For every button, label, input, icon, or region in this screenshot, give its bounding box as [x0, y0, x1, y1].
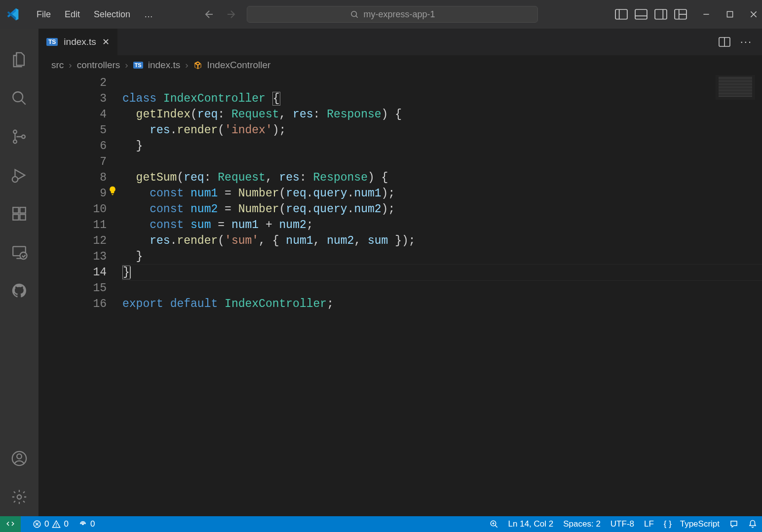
nav-back-icon[interactable]	[203, 8, 215, 20]
breadcrumb-file[interactable]: index.ts	[148, 60, 180, 71]
activity-accounts[interactable]	[0, 439, 38, 478]
status-problems[interactable]: 0 0	[28, 519, 74, 529]
code-line[interactable]: 6 }	[38, 138, 762, 154]
activity-github[interactable]	[0, 271, 38, 310]
line-content[interactable]: class IndexController {	[122, 91, 762, 107]
line-number[interactable]: 16	[38, 296, 122, 312]
more-actions-icon[interactable]: ···	[740, 36, 752, 48]
maximize-button[interactable]	[725, 10, 734, 19]
code-line[interactable]: 2	[38, 75, 762, 91]
status-eol[interactable]: LF	[639, 519, 659, 529]
activity-search[interactable]	[0, 79, 38, 117]
status-ports[interactable]: 0	[74, 519, 100, 529]
window-controls	[702, 10, 758, 19]
braces-icon: { }	[664, 519, 672, 529]
svg-rect-20	[13, 207, 18, 213]
customize-layout-icon[interactable]	[674, 9, 687, 20]
code-line[interactable]: 10 const num2 = Number(req.query.num2);	[38, 201, 762, 217]
activity-run-debug[interactable]	[0, 156, 38, 194]
line-number[interactable]: 14	[38, 265, 122, 280]
line-number[interactable]: 8	[38, 170, 122, 186]
breadcrumb-src[interactable]: src	[51, 60, 64, 71]
activity-bar	[0, 29, 38, 516]
toggle-secondary-sidebar-icon[interactable]	[654, 9, 667, 20]
activity-settings[interactable]	[0, 478, 38, 516]
code-line[interactable]: 12 res.render('sum', { num1, num2, sum }…	[38, 233, 762, 249]
status-zoom[interactable]	[485, 520, 503, 529]
activity-source-control[interactable]	[0, 117, 38, 156]
files-icon	[11, 51, 28, 68]
menu-bar: File Edit Selection …	[31, 6, 159, 23]
menu-more[interactable]: …	[138, 6, 159, 23]
line-content[interactable]: }	[122, 249, 762, 265]
status-cursor-position[interactable]: Ln 14, Col 2	[503, 519, 559, 529]
menu-edit[interactable]: Edit	[59, 6, 86, 23]
tab-index-ts[interactable]: TS index.ts ✕	[38, 29, 118, 55]
line-content[interactable]	[122, 280, 762, 296]
code-line[interactable]: 8 getSum(req: Request, res: Response) {	[38, 170, 762, 186]
line-content[interactable]: res.render('index');	[122, 122, 762, 138]
source-control-icon	[11, 128, 28, 145]
code-line[interactable]: 5 res.render('index');	[38, 122, 762, 138]
status-language[interactable]: { } TypeScript	[659, 519, 724, 529]
nav-forward-icon[interactable]	[225, 8, 237, 20]
code-line[interactable]: 13 }	[38, 249, 762, 265]
line-content[interactable]: }	[122, 265, 762, 280]
status-encoding[interactable]: UTF-8	[606, 519, 639, 529]
close-tab-icon[interactable]: ✕	[102, 37, 110, 47]
line-number[interactable]: 15	[38, 280, 122, 296]
line-content[interactable]: getSum(req: Request, res: Response) {	[122, 170, 762, 186]
line-content[interactable]: const num2 = Number(req.query.num2);	[122, 201, 762, 217]
code-line[interactable]: 11 const sum = num1 + num2;	[38, 217, 762, 233]
code-line[interactable]: 9 const num1 = Number(req.query.num1);	[38, 186, 762, 201]
command-center[interactable]: my-express-app-1	[247, 6, 538, 23]
line-number[interactable]: 4	[38, 107, 122, 122]
line-number[interactable]: 7	[38, 154, 122, 170]
line-number[interactable]: 13	[38, 249, 122, 265]
remote-indicator[interactable]	[0, 516, 21, 532]
code-editor[interactable]: 23class IndexController {4 getIndex(req:…	[38, 75, 762, 516]
status-indentation[interactable]: Spaces: 2	[558, 519, 606, 529]
line-number[interactable]: 3	[38, 91, 122, 107]
activity-extensions[interactable]	[0, 194, 38, 233]
extensions-icon	[11, 205, 28, 222]
line-number[interactable]: 5	[38, 122, 122, 138]
menu-selection[interactable]: Selection	[88, 6, 136, 23]
status-notifications[interactable]	[743, 520, 762, 529]
toggle-primary-sidebar-icon[interactable]	[615, 9, 628, 20]
svg-point-14	[13, 92, 23, 102]
code-line[interactable]: 4 getIndex(req: Request, res: Response) …	[38, 107, 762, 122]
toggle-panel-icon[interactable]	[635, 9, 648, 20]
svg-rect-23	[20, 207, 25, 213]
line-number[interactable]: 11	[38, 217, 122, 233]
close-button[interactable]	[749, 10, 758, 19]
breadcrumb[interactable]: src › controllers › TS index.ts › IndexC…	[38, 55, 762, 75]
line-number[interactable]: 2	[38, 75, 122, 91]
activity-remote-explorer[interactable]	[0, 233, 38, 271]
line-content[interactable]: export default IndexController;	[122, 296, 762, 312]
breadcrumb-symbol[interactable]: IndexController	[207, 60, 271, 71]
line-content[interactable]: }	[122, 138, 762, 154]
breadcrumb-controllers[interactable]: controllers	[77, 60, 120, 71]
split-editor-icon[interactable]	[719, 37, 730, 47]
code-line[interactable]: 16export default IndexController;	[38, 296, 762, 312]
line-content[interactable]	[122, 154, 762, 170]
line-number[interactable]: 6	[38, 138, 122, 154]
error-count: 0	[44, 519, 49, 529]
line-number[interactable]: 12	[38, 233, 122, 249]
menu-file[interactable]: File	[31, 6, 57, 23]
code-line[interactable]: 3class IndexController {	[38, 91, 762, 107]
line-content[interactable]: getIndex(req: Request, res: Response) {	[122, 107, 762, 122]
line-content[interactable]	[122, 75, 762, 91]
status-feedback[interactable]	[724, 520, 743, 529]
line-number[interactable]: 10	[38, 201, 122, 217]
code-line[interactable]: 15	[38, 280, 762, 296]
line-content[interactable]: const num1 = Number(req.query.num1);	[122, 186, 762, 201]
line-content[interactable]: res.render('sum', { num1, num2, sum });	[122, 233, 762, 249]
minimize-button[interactable]	[702, 10, 711, 19]
line-content[interactable]: const sum = num1 + num2;	[122, 217, 762, 233]
code-line[interactable]: 7	[38, 154, 762, 170]
lightbulb-icon[interactable]	[108, 186, 117, 195]
activity-explorer[interactable]	[0, 40, 38, 79]
code-line[interactable]: 14}	[38, 265, 762, 280]
